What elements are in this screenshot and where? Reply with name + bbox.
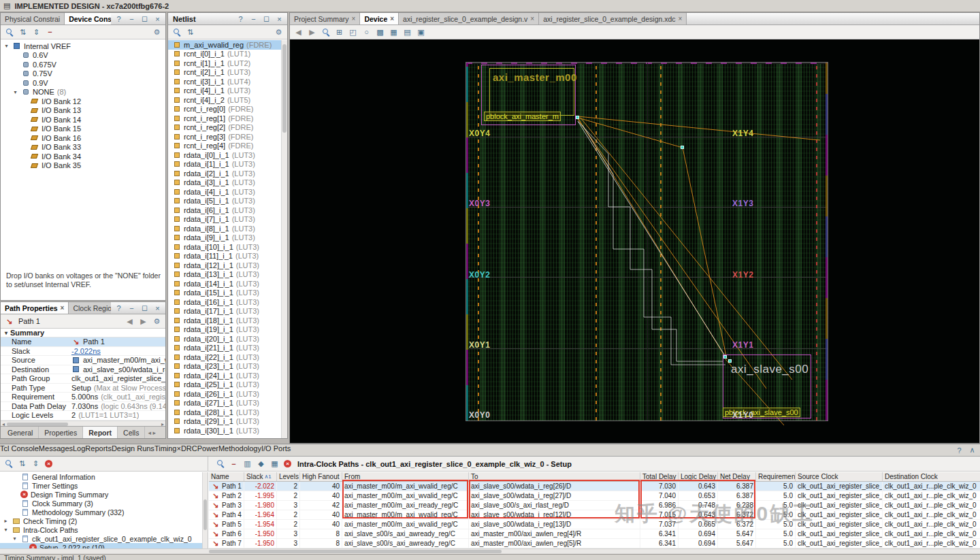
search-icon[interactable] <box>172 28 181 37</box>
tree-item-0-9v[interactable]: 0.9V <box>1 78 165 88</box>
netlist-item[interactable]: rdata_i[24]_i_1 (LUT3) <box>168 371 281 380</box>
netlist-item[interactable]: rdata_i[17]_i_1 (LUT3) <box>168 307 281 316</box>
tab-design-runs[interactable]: Design Runs <box>112 444 154 456</box>
chevron-down-icon[interactable]: ▾ <box>12 536 18 542</box>
zoom-in-icon[interactable] <box>321 28 330 37</box>
property-row-path-group[interactable]: Path Groupclk_out1_axi_register_slice_0_… <box>1 374 165 384</box>
netlist-item[interactable]: rdata_i[25]_i_1 (LUT3) <box>168 380 281 390</box>
netlist-item[interactable]: rcnt_i_reg[3] (FDRE) <box>168 132 281 142</box>
netlist-item[interactable]: rdata_i[22]_i_1 (LUT3) <box>168 352 281 362</box>
netlist-item[interactable]: rcnt_i_reg[1] (FDRE) <box>168 114 281 123</box>
netlist-item[interactable]: rdata_i[12]_i_1 (LUT3) <box>168 261 281 270</box>
bottom-hscrollbar[interactable] <box>0 548 980 554</box>
back-arrow-icon[interactable]: ◀ <box>294 28 303 37</box>
timing-path-row[interactable]: ↘Path 1-2.022240axi_master_m00/m_axi_wva… <box>209 482 980 491</box>
chevron-down-icon[interactable]: ▾ <box>3 527 9 533</box>
float-icon[interactable]: ◻ <box>140 303 149 312</box>
tree-item-i-o-bank-35[interactable]: I/O Bank 35 <box>1 161 165 171</box>
collapse-all-icon[interactable]: ⇅ <box>186 28 195 37</box>
tab-i-o-ports[interactable]: I/O Ports <box>261 444 291 456</box>
tab-power[interactable]: Power <box>197 444 218 456</box>
close-icon[interactable]: × <box>153 303 162 312</box>
settings-icon[interactable]: ⚙ <box>152 317 161 326</box>
netlist-item[interactable]: rdata_i[26]_i_1 (LUT3) <box>168 389 281 399</box>
tree-item-none[interactable]: ▾NONE (8) <box>1 88 165 97</box>
netlist-item[interactable]: rdata_i[13]_i_1 (LUT3) <box>168 270 281 280</box>
netlist-item[interactable]: rdata_i[2]_i_1 (LUT3) <box>168 169 281 178</box>
netlist-item[interactable]: rdata_i[23]_i_1 (LUT3) <box>168 362 281 372</box>
dashboard-icon[interactable]: ▣ <box>416 28 425 37</box>
minimize-icon[interactable]: − <box>249 14 258 23</box>
columns-icon[interactable]: ▥ <box>243 459 252 468</box>
close-icon[interactable]: × <box>390 15 394 22</box>
collapse-all-icon[interactable]: ⇅ <box>18 28 27 37</box>
netlist-item[interactable]: rdata_i[15]_i_1 (LUT3) <box>168 289 281 298</box>
tab-methodology[interactable]: Methodology <box>218 444 261 456</box>
help-icon[interactable]: ? <box>236 14 245 23</box>
column-header-levels[interactable]: Levels <box>277 472 300 481</box>
tab-device-const[interactable]: Device Const× <box>65 13 111 24</box>
netlist-item[interactable]: rdata_i[20]_i_1 (LUT3) <box>168 334 281 344</box>
netlist-item[interactable]: rcnt_i[0]_i_1 (LUT1) <box>168 50 281 59</box>
settings-icon[interactable]: ⚙ <box>274 28 283 37</box>
property-row-name[interactable]: Name↘Path 1 <box>1 337 165 347</box>
tree-item-i-o-bank-14[interactable]: I/O Bank 14 <box>1 115 165 125</box>
netlist-scrollbar[interactable] <box>281 40 287 438</box>
zoom-fit-icon[interactable]: ⊞ <box>335 28 344 37</box>
scrollbar-thumb[interactable] <box>282 44 287 133</box>
netlist-item[interactable]: rcnt_i[3]_i_1 (LUT4) <box>168 77 281 86</box>
search-icon[interactable] <box>4 459 13 468</box>
expand-all-icon[interactable]: ⇕ <box>31 459 40 468</box>
table-view-icon[interactable]: ▤ <box>403 28 412 37</box>
tree-item-intra-clock-paths[interactable]: ▾Intra-Clock Paths <box>0 525 202 534</box>
hscroll-thumb[interactable] <box>7 423 68 426</box>
netlist-item[interactable]: rdata_i[9]_i_1 (LUT3) <box>168 233 281 243</box>
tree-item-0-75v[interactable]: 0.75V <box>1 69 165 79</box>
tree-scrollbar[interactable] <box>202 472 208 548</box>
help-icon[interactable]: ? <box>114 303 123 312</box>
report-icon[interactable]: ▦ <box>270 459 279 468</box>
tab-drc[interactable]: DRC <box>181 444 197 456</box>
netlist-item[interactable]: rdata_i[7]_i_1 (LUT3) <box>168 215 281 225</box>
tab-reports[interactable]: Reports <box>85 444 112 456</box>
tree-item-i-o-bank-16[interactable]: I/O Bank 16 <box>1 133 165 143</box>
column-header-total-delay[interactable]: Total Delay <box>640 472 679 481</box>
tree-item-0-675v[interactable]: 0.675V <box>1 60 165 69</box>
close-icon[interactable]: × <box>352 15 356 22</box>
chevron-down-icon[interactable]: ▾ <box>12 89 18 95</box>
tree-item-check-timing-2[interactable]: ▸Check Timing (2) <box>0 516 202 525</box>
column-header-logic-delay[interactable]: Logic Delay <box>679 472 718 481</box>
collapse-all-icon[interactable]: ⇅ <box>18 459 27 468</box>
column-header-name[interactable]: Name <box>209 472 244 481</box>
netlist-item[interactable]: rdata_i[16]_i_1 (LUT3) <box>168 297 281 307</box>
close-icon[interactable]: × <box>275 14 284 23</box>
tree-item-i-o-bank-33[interactable]: I/O Bank 33 <box>1 143 165 152</box>
netlist-item[interactable]: rdata_i[11]_i_1 (LUT3) <box>168 252 281 261</box>
netlist-item[interactable]: rcnt_i_reg[4] (FDRE) <box>168 142 281 151</box>
subtab-properties[interactable]: Properties <box>39 427 83 438</box>
tab-path-properties[interactable]: Path Properties× <box>1 302 69 314</box>
column-header-slack[interactable]: Slack∧1 <box>244 472 277 481</box>
property-row-source[interactable]: Sourceaxi_master_m00/m_axi_wvali <box>1 356 165 365</box>
collapse-arrow-icon[interactable]: ▾ <box>5 330 7 336</box>
property-row-destination[interactable]: Destinationaxi_slave_s00/wdata_i_reg[2 <box>1 365 165 375</box>
timing-path-row[interactable]: ↘Path 6-1.95038axi_slave_s00/s_axi_awrea… <box>209 529 980 539</box>
property-row-requirement[interactable]: Requirement5.000ns (clk_out1_axi_registe… <box>1 393 165 402</box>
tree-item-setup-2-022-ns-10[interactable]: ×Setup -2.022 ns (10) <box>0 543 202 548</box>
column-header-source-clock[interactable]: Source Clock <box>796 472 883 481</box>
tab-clock-regions[interactable]: Clock Regions <box>69 302 111 314</box>
netlist-item[interactable]: rcnt_i[2]_i_1 (LUT3) <box>168 68 281 78</box>
netlist-item[interactable]: rcnt_i[4]_i_1 (LUT3) <box>168 86 281 96</box>
expand-all-icon[interactable]: ⇕ <box>32 28 41 37</box>
netlist-item[interactable]: rdata_i[18]_i_1 (LUT3) <box>168 316 281 325</box>
chevron-down-icon[interactable]: ▾ <box>3 43 10 49</box>
tab-axi-register-slice-0-example-design-v[interactable]: axi_register_slice_0_example_design.v× <box>399 13 539 24</box>
tab-timing[interactable]: Timing× <box>154 444 181 456</box>
netlist-item[interactable]: rdata_i[27]_i_1 (LUT3) <box>168 399 281 408</box>
grid-icon[interactable]: ▦ <box>389 28 398 37</box>
subtab-report[interactable]: Report <box>83 427 118 438</box>
tree-item-clk-out1-axi-register-slice-0-example-clk-wiz-0[interactable]: ▾clk_out1_axi_register_slice_0_example_c… <box>0 534 202 543</box>
timing-path-row[interactable]: ↘Path 4-1.964240axi_master_m00/m_axi_wva… <box>209 510 980 520</box>
property-row-data-path-delay[interactable]: Data Path Delay7.030ns (logic 0.643ns (9… <box>1 402 165 412</box>
autofit-icon[interactable]: ○ <box>362 28 371 37</box>
